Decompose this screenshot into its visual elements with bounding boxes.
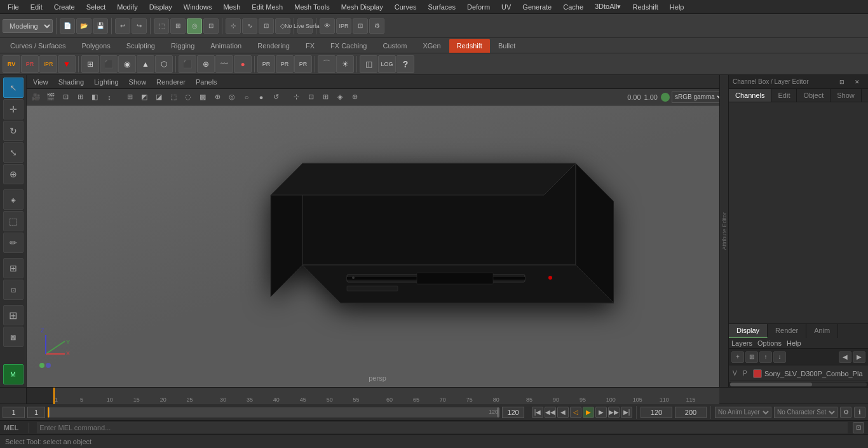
step-back-btn[interactable]: ◀ bbox=[557, 407, 569, 418]
options-menu-btn[interactable]: Options bbox=[757, 339, 782, 347]
menu-edit[interactable]: Edit bbox=[25, 2, 48, 12]
vt-btn17[interactable]: ↺ bbox=[269, 91, 283, 104]
anim-info-btn[interactable]: ℹ bbox=[854, 407, 865, 418]
rs-cone-btn[interactable]: ▲ bbox=[137, 55, 154, 73]
channel-tab-edit[interactable]: Edit bbox=[771, 89, 797, 102]
vt-btnA[interactable]: ⊹ bbox=[289, 91, 303, 104]
menu-modify[interactable]: Modify bbox=[112, 2, 142, 12]
rs-circle-btn[interactable]: ● bbox=[234, 55, 252, 73]
menu-display[interactable]: Display bbox=[144, 2, 177, 12]
snap-point-btn[interactable]: ⊡ bbox=[259, 18, 274, 34]
range-start-input[interactable] bbox=[27, 407, 45, 418]
color-space-dropdown[interactable]: sRGB gamma bbox=[672, 92, 726, 103]
go-end-btn[interactable]: ▶| bbox=[621, 407, 632, 418]
range-slider[interactable]: 120 bbox=[48, 407, 499, 417]
prev-key-btn[interactable]: ◀◀ bbox=[545, 407, 556, 418]
menu-help[interactable]: Help bbox=[665, 2, 689, 12]
menu-edit-mesh[interactable]: Edit Mesh bbox=[247, 2, 288, 12]
vt-btn14[interactable]: ◎ bbox=[225, 91, 239, 104]
viewport-lighting-menu[interactable]: Lighting bbox=[92, 77, 121, 87]
layer-btn3[interactable]: ↑ bbox=[759, 351, 772, 363]
vt-shade2-btn[interactable]: ◪ bbox=[152, 91, 166, 104]
anim-layer-dropdown[interactable]: No Anim Layer bbox=[715, 407, 771, 418]
rs-plane-btn[interactable]: ⬡ bbox=[155, 55, 173, 73]
show-isolate-btn[interactable]: 👁 bbox=[320, 18, 335, 34]
rs-btn4[interactable]: ▼ bbox=[58, 55, 76, 73]
layer-row-1[interactable]: V P Sony_SLV_D300P_Combo_Pla bbox=[730, 367, 867, 381]
vt-btn15[interactable]: ○ bbox=[240, 91, 254, 104]
vt-btn16[interactable]: ● bbox=[254, 91, 268, 104]
redo-btn[interactable]: ↪ bbox=[132, 18, 147, 34]
playback-end-input[interactable] bbox=[641, 407, 672, 418]
play-fwd-btn[interactable]: ▶ bbox=[583, 407, 594, 418]
menu-curves[interactable]: Curves bbox=[390, 2, 422, 12]
rs-rv-btn[interactable]: RV bbox=[3, 55, 20, 73]
timeline-numbers[interactable]: 1 5 10 15 20 25 30 35 40 45 50 55 60 65 … bbox=[53, 388, 719, 404]
rs-pr-btn3[interactable]: PR bbox=[276, 55, 294, 73]
rs-ipr-btn[interactable]: IPR bbox=[39, 55, 57, 73]
tab-animation[interactable]: Animation bbox=[203, 39, 249, 53]
render-settings-btn[interactable]: ⚙ bbox=[369, 18, 384, 34]
tab-xgen[interactable]: XGen bbox=[415, 39, 448, 53]
render-btn[interactable]: ⊡ bbox=[353, 18, 368, 34]
tab-redshift[interactable]: Redshift bbox=[449, 39, 490, 53]
layer-collapse-btn[interactable]: ▶ bbox=[853, 351, 865, 363]
channel-tab-channels[interactable]: Channels bbox=[729, 89, 771, 102]
layer-help-btn[interactable]: Help bbox=[787, 339, 801, 347]
no-live-surface-btn[interactable]: No Live Surface bbox=[297, 18, 313, 34]
panel-close-btn[interactable]: ✕ bbox=[850, 76, 864, 88]
tab-rendering[interactable]: Rendering bbox=[250, 39, 297, 53]
paint-select-btn[interactable]: ✏ bbox=[3, 233, 24, 253]
viewport-shading-menu[interactable]: Shading bbox=[56, 77, 86, 87]
tab-polygons[interactable]: Polygons bbox=[74, 39, 118, 53]
layer-btn2[interactable]: ⊞ bbox=[745, 351, 758, 363]
menu-windows[interactable]: Windows bbox=[179, 2, 217, 12]
rs-btn2[interactable]: PR bbox=[21, 55, 39, 73]
vt-btn13[interactable]: ⊕ bbox=[210, 91, 224, 104]
vt-btn6[interactable]: ↕ bbox=[102, 91, 116, 104]
tab-fx-caching[interactable]: FX Caching bbox=[323, 39, 374, 53]
vt-shade3-btn[interactable]: ⬚ bbox=[166, 91, 180, 104]
script-btn[interactable]: ⊡ bbox=[853, 422, 864, 433]
component-btn[interactable]: ⊡ bbox=[203, 18, 219, 34]
snap-curve-btn[interactable]: ∿ bbox=[242, 18, 257, 34]
rs-pr-btn4[interactable]: PR bbox=[294, 55, 312, 73]
tab-sculpting[interactable]: Sculpting bbox=[119, 39, 163, 53]
viewport-show-menu[interactable]: Show bbox=[126, 77, 149, 87]
rs-sphere-btn[interactable]: ◉ bbox=[118, 55, 136, 73]
menu-file[interactable]: File bbox=[3, 2, 24, 12]
rs-pr-btn2[interactable]: PR bbox=[257, 55, 275, 73]
total-end-input[interactable] bbox=[675, 407, 707, 418]
rs-log-btn[interactable]: LOG bbox=[378, 55, 396, 73]
vt-shade1-btn[interactable]: ◩ bbox=[137, 91, 151, 104]
menu-cache[interactable]: Cache bbox=[558, 2, 588, 12]
vt-btn5[interactable]: ◧ bbox=[88, 91, 102, 104]
scroll-thumb[interactable] bbox=[730, 383, 812, 386]
menu-uv[interactable]: UV bbox=[496, 2, 516, 12]
undo-btn[interactable]: ↩ bbox=[115, 18, 130, 34]
mel-input[interactable] bbox=[37, 422, 848, 433]
go-start-btn[interactable]: |◀ bbox=[532, 407, 543, 418]
vt-camera-btn[interactable]: 🎥 bbox=[29, 91, 43, 104]
menu-surfaces[interactable]: Surfaces bbox=[423, 2, 461, 12]
open-file-btn[interactable]: 📂 bbox=[76, 18, 92, 34]
ipr-btn[interactable]: IPR bbox=[336, 18, 351, 34]
layer-add-btn[interactable]: + bbox=[731, 351, 744, 363]
layers-menu-btn[interactable]: Layers bbox=[731, 339, 752, 347]
maya-logo-btn[interactable]: M bbox=[3, 364, 24, 384]
vt-btnC[interactable]: ⊞ bbox=[318, 91, 332, 104]
rs-box-btn[interactable]: ⬛ bbox=[179, 55, 196, 73]
layer-tab-render[interactable]: Render bbox=[768, 324, 806, 338]
vt-btn12[interactable]: ▩ bbox=[196, 91, 210, 104]
rs-help-btn[interactable]: ? bbox=[397, 55, 414, 73]
vt-btn3[interactable]: ⊡ bbox=[58, 91, 72, 104]
play-back-btn[interactable]: ◁ bbox=[570, 407, 581, 418]
current-frame-input[interactable] bbox=[3, 407, 25, 418]
soft-select-btn[interactable]: ◈ bbox=[3, 189, 24, 210]
vt-btnD[interactable]: ◈ bbox=[333, 91, 347, 104]
attr-editor-handle[interactable]: Attribute Editor bbox=[719, 75, 728, 387]
camera-btn[interactable]: ⊞ bbox=[3, 305, 24, 325]
render-view-btn[interactable]: ▩ bbox=[3, 327, 24, 347]
tab-rigging[interactable]: Rigging bbox=[163, 39, 202, 53]
vt-grid-btn[interactable]: ⊞ bbox=[123, 91, 137, 104]
